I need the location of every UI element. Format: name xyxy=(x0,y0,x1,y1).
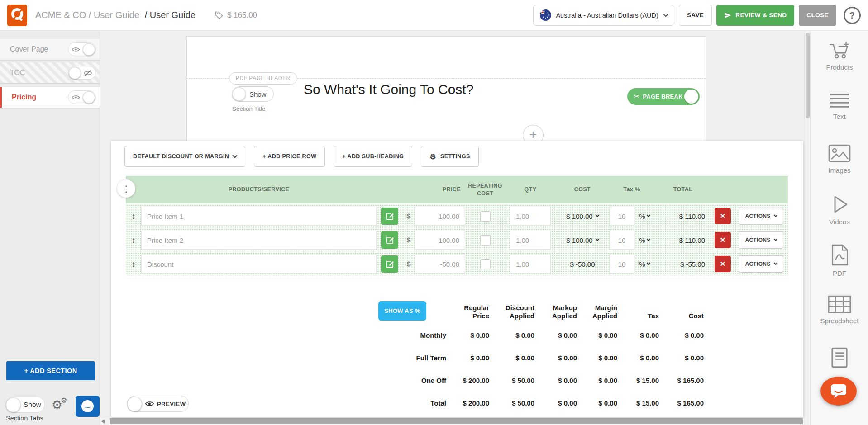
percent-symbol: % xyxy=(639,260,645,268)
row-drag-handle[interactable] xyxy=(126,252,141,276)
horizontal-scrollbar[interactable] xyxy=(100,417,804,425)
row-actions-dropdown[interactable]: ACTIONS xyxy=(739,231,783,249)
summary-value: $ 200.00 xyxy=(446,377,489,384)
vertical-scrollbar[interactable] xyxy=(804,31,810,425)
delete-row-button[interactable]: ✕ xyxy=(715,232,731,248)
eye-icon xyxy=(72,94,80,100)
scroll-left-arrow[interactable] xyxy=(101,419,105,424)
sidebar-item-spreadsheet[interactable]: Spreadsheet xyxy=(811,295,868,325)
sidebar-item-toc[interactable]: TOC xyxy=(0,62,100,83)
arrow-left-icon: ← xyxy=(81,400,94,412)
horizontal-scrollbar-thumb[interactable] xyxy=(110,418,803,424)
summary-value: $ 0.00 xyxy=(534,377,577,384)
chevron-down-icon xyxy=(233,153,238,158)
sidebar-item-cover-page[interactable]: Cover Page xyxy=(0,39,100,60)
save-button[interactable]: SAVE xyxy=(679,5,712,26)
visibility-toggle[interactable] xyxy=(68,90,96,104)
toggle-knob xyxy=(6,397,21,412)
edit-item-button[interactable] xyxy=(381,231,398,249)
repeating-cost-checkbox[interactable] xyxy=(480,259,491,269)
sidebar-item-text[interactable]: Text xyxy=(811,93,868,120)
show-label: Show xyxy=(24,401,41,409)
currency-selector[interactable]: Australia - Australian Dollars (AUD) xyxy=(533,5,674,26)
table-drag-handle[interactable] xyxy=(117,179,135,198)
chevron-down-icon xyxy=(595,213,599,217)
gear-icon xyxy=(429,152,436,161)
currency-symbol: $ xyxy=(403,252,415,276)
settings-button[interactable]: SETTINGS xyxy=(421,146,478,167)
visibility-toggle[interactable] xyxy=(68,66,96,80)
settings-gears-icon[interactable] xyxy=(52,398,62,412)
summary-value: $ 50.00 xyxy=(489,377,534,384)
delete-row-button[interactable]: ✕ xyxy=(715,256,731,272)
tax-unit-dropdown[interactable]: % xyxy=(634,204,654,228)
item-label: PDF xyxy=(833,269,846,277)
sidebar-item-products[interactable]: Products xyxy=(811,41,868,71)
preview-toggle[interactable]: PREVIEW xyxy=(127,396,189,412)
eye-icon xyxy=(145,401,154,407)
toggle-knob xyxy=(69,67,81,79)
page-break-toggle[interactable]: PAGE BREAK xyxy=(627,88,700,105)
summary-value: $ 0.00 xyxy=(617,354,659,362)
sidebar-item-videos[interactable]: Videos xyxy=(811,194,868,226)
tax-input[interactable] xyxy=(609,255,634,274)
visibility-toggle[interactable] xyxy=(68,42,96,56)
brand-logo-icon[interactable] xyxy=(7,5,27,26)
repeating-cost-checkbox[interactable] xyxy=(480,235,491,246)
sidebar-item-pricing[interactable]: Pricing xyxy=(0,87,100,108)
add-price-row-button[interactable]: + ADD PRICE ROW xyxy=(254,146,325,167)
default-discount-margin-dropdown[interactable]: DEFAULT DISCOUNT OR MARGIN xyxy=(124,146,245,167)
qty-input[interactable] xyxy=(510,207,551,226)
qty-input[interactable] xyxy=(510,255,551,274)
row-actions-dropdown[interactable]: ACTIONS xyxy=(739,255,783,273)
summary-row-label: Total xyxy=(378,399,446,407)
summary-value: $ 165.00 xyxy=(659,377,704,384)
chevron-down-icon xyxy=(773,261,777,265)
section-label: Cover Page xyxy=(10,45,48,53)
edit-item-button[interactable] xyxy=(381,255,398,273)
row-drag-handle[interactable] xyxy=(126,204,141,228)
row-drag-handle[interactable] xyxy=(126,228,141,252)
price-input[interactable] xyxy=(415,231,465,250)
section-label: TOC xyxy=(10,69,25,77)
section-title-show-toggle[interactable]: Show xyxy=(232,86,274,102)
price-input[interactable] xyxy=(415,207,465,226)
row-total: $ -55.00 xyxy=(654,252,711,276)
help-button[interactable]: ? xyxy=(844,7,861,24)
row-actions-dropdown[interactable]: ACTIONS xyxy=(739,208,783,225)
price-row-discount: $ $ -50.00 % $ -55.00 ✕ ACTIONS xyxy=(126,252,788,276)
price-input[interactable] xyxy=(415,255,465,274)
tax-input[interactable] xyxy=(609,207,634,226)
sidebar-item-document[interactable] xyxy=(811,347,868,368)
settings-label: SETTINGS xyxy=(440,153,470,160)
add-sub-heading-button[interactable]: + ADD SUB-HEADING xyxy=(334,146,412,167)
vertical-scrollbar-thumb[interactable] xyxy=(806,33,810,118)
table-grid-icon xyxy=(828,295,851,313)
add-section-button[interactable]: + ADD SECTION xyxy=(6,361,95,380)
sidebar-item-pdf[interactable]: PDF xyxy=(811,244,868,277)
delete-row-button[interactable]: ✕ xyxy=(715,208,731,224)
tax-input[interactable] xyxy=(609,231,634,250)
sidebar-item-images[interactable]: Images xyxy=(811,144,868,174)
close-button[interactable]: CLOSE xyxy=(799,5,836,26)
item-name-input[interactable] xyxy=(141,255,377,274)
chat-widget-button[interactable] xyxy=(820,377,857,406)
show-as-percent-button[interactable]: SHOW AS % xyxy=(378,301,426,321)
chevron-down-icon xyxy=(773,237,777,241)
collapse-sidebar-button[interactable]: ← xyxy=(76,396,100,417)
repeating-cost-checkbox[interactable] xyxy=(480,211,491,222)
tax-unit-dropdown[interactable]: % xyxy=(634,252,654,276)
edit-item-button[interactable] xyxy=(381,208,398,225)
review-send-button[interactable]: REVIEW & SEND xyxy=(716,5,794,26)
currency-symbol: $ xyxy=(403,228,415,252)
cost-dropdown[interactable]: $ 100.00 xyxy=(556,204,609,228)
summary-col-header: Regular Price xyxy=(446,304,489,324)
item-name-input[interactable] xyxy=(141,207,377,226)
cost-dropdown[interactable]: $ 100.00 xyxy=(556,228,609,252)
section-title[interactable]: So What's It Going To Cost? xyxy=(304,82,473,97)
tax-unit-dropdown[interactable]: % xyxy=(634,228,654,252)
section-tabs-show-toggle[interactable]: Show xyxy=(6,397,45,413)
item-name-input[interactable] xyxy=(141,231,377,250)
qty-input[interactable] xyxy=(510,231,551,250)
cost-value: $ 100.00 xyxy=(566,212,592,220)
